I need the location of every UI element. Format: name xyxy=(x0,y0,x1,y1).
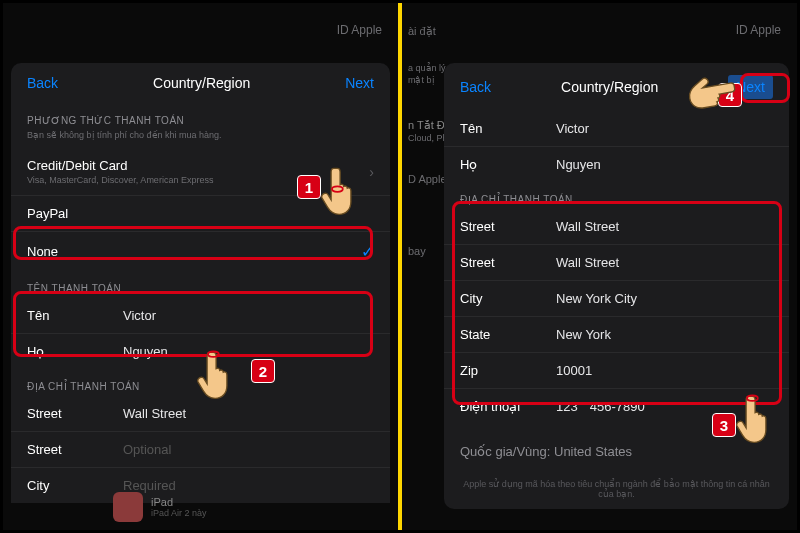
first-name-label: Tên xyxy=(27,308,123,323)
city-value: New York City xyxy=(556,291,773,306)
payment-method-header: PHƯƠNG THỨC THANH TOÁN xyxy=(11,103,390,130)
billing-name-header: TÊN THANH TOÁN xyxy=(11,271,390,298)
street2-row[interactable]: Street Optional xyxy=(11,432,390,468)
first-name-label: Tên xyxy=(460,121,556,136)
last-name-label: Họ xyxy=(27,344,123,359)
bg-id-apple-right: ID Apple xyxy=(736,23,781,37)
phone-area: 123 xyxy=(556,399,578,414)
street-row[interactable]: Street Wall Street xyxy=(11,396,390,432)
paypal-label: PayPal xyxy=(27,206,374,221)
bg-sub2: mật bị xyxy=(408,75,435,85)
city-label: City xyxy=(27,478,123,493)
last-name-value: Nguyen xyxy=(123,344,374,359)
zip-row[interactable]: Zip 10001 xyxy=(444,353,789,389)
modal-header: Back Country/Region Next xyxy=(11,63,390,103)
back-button[interactable]: Back xyxy=(27,75,58,91)
next-button[interactable]: Next xyxy=(345,75,374,91)
last-name-row[interactable]: Họ Nguyen xyxy=(11,334,390,369)
left-pane: ID Apple Back Country/Region Next PHƯƠNG… xyxy=(3,3,398,530)
modal-header: Back Country/Region Next xyxy=(444,63,789,111)
paypal-row[interactable]: PayPal xyxy=(11,196,390,232)
country-region-modal-left: Back Country/Region Next PHƯƠNG THỨC THA… xyxy=(11,63,390,503)
phone-number: 456-7890 xyxy=(590,399,645,414)
street2-label: Street xyxy=(460,255,556,270)
street2-label: Street xyxy=(27,442,123,457)
street2-row[interactable]: Street Wall Street xyxy=(444,245,789,281)
bg-ipad-item: iPad iPad Air 2 này xyxy=(113,492,207,522)
last-name-row[interactable]: Họ Nguyen xyxy=(444,147,789,182)
encryption-footer: Apple sử dụng mã hóa theo tiêu chuẩn ngà… xyxy=(444,469,789,509)
street2-value: Wall Street xyxy=(556,255,773,270)
city-placeholder: Required xyxy=(123,478,374,493)
last-name-label: Họ xyxy=(460,157,556,172)
country-region-value: Quốc gia/Vùng: United States xyxy=(460,444,773,459)
state-value: New York xyxy=(556,327,773,342)
street-value: Wall Street xyxy=(123,406,374,421)
street-value: Wall Street xyxy=(556,219,773,234)
street-row[interactable]: Street Wall Street xyxy=(444,209,789,245)
checkmark-icon: ✓ xyxy=(361,242,374,261)
billing-address-header: ĐỊA CHỈ THANH TOÁN xyxy=(444,182,789,209)
first-name-row[interactable]: Tên Victor xyxy=(11,298,390,334)
street2-placeholder: Optional xyxy=(123,442,374,457)
street-label: Street xyxy=(27,406,123,421)
modal-title: Country/Region xyxy=(58,75,345,91)
payment-method-sub: Bạn sẽ không bị tính phí cho đến khi mua… xyxy=(11,130,390,148)
city-label: City xyxy=(460,291,556,306)
city-row[interactable]: City New York City xyxy=(444,281,789,317)
first-name-value: Victor xyxy=(556,121,773,136)
ipad-icon xyxy=(113,492,143,522)
phone-label: Điện thoại xyxy=(460,399,556,414)
state-label: State xyxy=(460,327,556,342)
none-label: None xyxy=(27,244,361,259)
last-name-value: Nguyen xyxy=(556,157,773,172)
bg-id-apple: ID Apple xyxy=(337,23,382,37)
chevron-right-icon: › xyxy=(369,164,374,180)
billing-address-header: ĐỊA CHỈ THANH TOÁN xyxy=(11,369,390,396)
bg-ipad-sub: iPad Air 2 này xyxy=(151,508,207,518)
next-button[interactable]: Next xyxy=(728,75,773,99)
first-name-value: Victor xyxy=(123,308,374,323)
phone-row[interactable]: Điện thoại 123 456-7890 xyxy=(444,389,789,424)
first-name-row[interactable]: Tên Victor xyxy=(444,111,789,147)
country-region-row[interactable]: Quốc gia/Vùng: United States xyxy=(444,434,789,469)
street-label: Street xyxy=(460,219,556,234)
credit-card-sub: Visa, MasterCard, Discover, American Exp… xyxy=(27,175,369,185)
none-row[interactable]: None ✓ xyxy=(11,232,390,271)
bg-bay: bay xyxy=(408,245,426,257)
bg-apple: D Apple xyxy=(408,173,447,185)
credit-card-row[interactable]: Credit/Debit Card Visa, MasterCard, Disc… xyxy=(11,148,390,196)
back-button[interactable]: Back xyxy=(460,79,491,95)
state-row[interactable]: State New York xyxy=(444,317,789,353)
country-region-modal-right: Back Country/Region Next Tên Victor Họ N… xyxy=(444,63,789,509)
credit-card-label: Credit/Debit Card xyxy=(27,158,369,173)
bg-tat: n Tắt Đ xyxy=(408,119,445,132)
bg-sub1: a quản lý xyxy=(408,63,446,73)
modal-title: Country/Region xyxy=(491,79,728,95)
bg-ipad-label: iPad xyxy=(151,496,207,508)
bg-settings: ài đặt xyxy=(408,25,436,38)
zip-value: 10001 xyxy=(556,363,773,378)
zip-label: Zip xyxy=(460,363,556,378)
right-pane: ID Apple ài đặt a quản lý mật bị n Tắt Đ… xyxy=(402,3,797,530)
